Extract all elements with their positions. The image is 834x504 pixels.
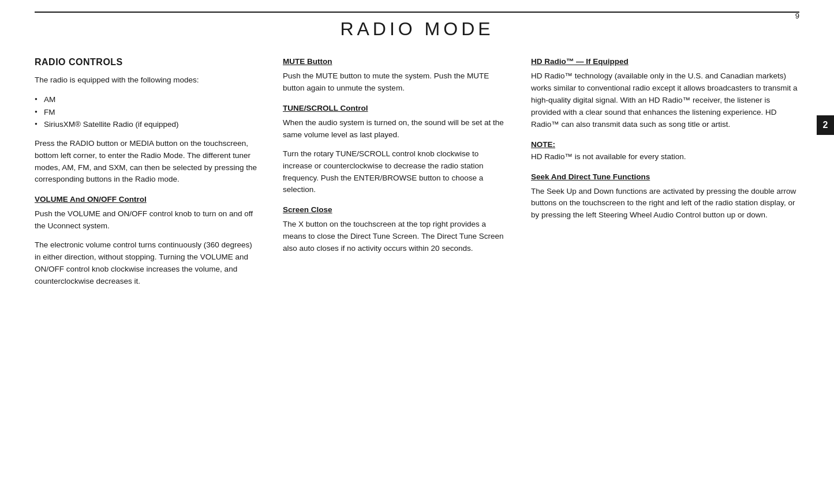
left-column: RADIO CONTROLS The radio is equipped wit… — [35, 57, 260, 295]
chapter-tab: 2 — [817, 115, 834, 135]
list-item-am: AM — [35, 93, 260, 106]
radio-controls-heading: RADIO CONTROLS — [35, 57, 260, 67]
mute-heading: MUTE Button — [283, 57, 508, 66]
mute-body: Push the MUTE button to mute the system.… — [283, 70, 508, 95]
radio-controls-body1: Press the RADIO button or MEDIA button o… — [35, 138, 260, 186]
list-item-fm: FM — [35, 106, 260, 119]
right-column: HD Radio™ — If Equipped HD Radio™ techno… — [531, 57, 799, 228]
hd-radio-body: HD Radio™ technology (available only in … — [531, 70, 799, 131]
tune-heading: TUNE/SCROLL Control — [283, 104, 508, 112]
tune-body2: Turn the rotary TUNE/SCROLL control knob… — [283, 148, 508, 197]
tune-body1: When the audio system is turned on, the … — [283, 117, 508, 141]
middle-column: MUTE Button Push the MUTE button to mute… — [283, 57, 508, 262]
top-rule — [35, 12, 799, 13]
seek-heading: Seek And Direct Tune Functions — [531, 172, 799, 181]
screen-close-body: The X button on the touchscreen at the t… — [283, 219, 508, 255]
note-body: HD Radio™ is not available for every sta… — [531, 151, 799, 163]
seek-body: The Seek Up and Down functions are activ… — [531, 186, 799, 222]
note-heading: NOTE: — [531, 140, 799, 149]
hd-radio-heading: HD Radio™ — If Equipped — [531, 57, 799, 66]
screen-close-heading: Screen Close — [283, 205, 508, 214]
volume-body2: The electronic volume control turns cont… — [35, 239, 260, 288]
radio-controls-intro: The radio is equipped with the following… — [35, 74, 260, 86]
page-container: 9 RADIO MODE RADIO CONTROLS The radio is… — [0, 0, 834, 504]
volume-heading: VOLUME And ON/OFF Control — [35, 195, 260, 204]
volume-body1: Push the VOLUME and ON/OFF control knob … — [35, 208, 260, 232]
list-item-sirius: SiriusXM® Satellite Radio (if equipped) — [35, 118, 260, 131]
page-number: 9 — [795, 12, 799, 20]
radio-modes-list: AM FM SiriusXM® Satellite Radio (if equi… — [35, 93, 260, 131]
content-columns: RADIO CONTROLS The radio is equipped wit… — [35, 57, 799, 295]
page-title: RADIO MODE — [35, 18, 799, 40]
